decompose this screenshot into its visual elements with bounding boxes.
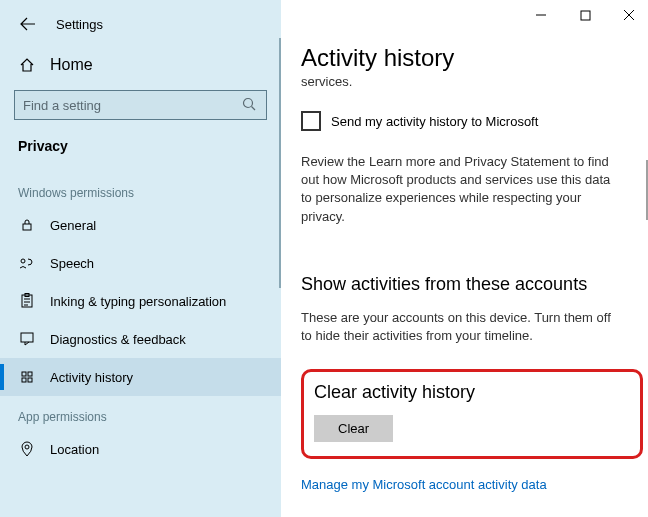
manage-account-link[interactable]: Manage my Microsoft account activity dat…: [301, 477, 624, 492]
close-icon: [623, 9, 635, 21]
group-app-permissions: App permissions: [0, 396, 281, 430]
svg-point-2: [21, 259, 25, 263]
sidebar-item-inking[interactable]: Inking & typing personalization: [0, 282, 281, 320]
titlebar: [528, 4, 642, 26]
search-input[interactable]: [23, 98, 242, 113]
sidebar-item-general[interactable]: General: [0, 206, 281, 244]
svg-rect-6: [22, 372, 26, 376]
truncated-text: services.: [301, 74, 624, 89]
accounts-heading: Show activities from these accounts: [301, 274, 624, 295]
back-button[interactable]: [18, 14, 38, 34]
sidebar-item-speech[interactable]: Speech: [0, 244, 281, 282]
sidebar-item-label: Speech: [50, 256, 94, 271]
maximize-button[interactable]: [572, 4, 598, 26]
feedback-icon: [18, 330, 36, 348]
arrow-left-icon: [20, 16, 36, 32]
sidebar-item-activity-history[interactable]: Activity history: [0, 358, 281, 396]
svg-rect-11: [581, 11, 590, 20]
clear-heading: Clear activity history: [314, 382, 630, 403]
location-icon: [18, 440, 36, 458]
lock-icon: [18, 216, 36, 234]
search-icon: [242, 97, 258, 113]
clear-history-section: Clear activity history Clear: [301, 369, 643, 459]
main-content: Activity history services. Send my activ…: [281, 0, 648, 517]
home-nav[interactable]: Home: [0, 48, 281, 82]
history-icon: [18, 368, 36, 386]
sidebar-item-label: Location: [50, 442, 99, 457]
home-label: Home: [50, 56, 93, 74]
clipboard-icon: [18, 292, 36, 310]
svg-rect-9: [28, 378, 32, 382]
sidebar-header: Settings: [0, 8, 281, 48]
svg-rect-1: [23, 224, 31, 230]
svg-rect-5: [21, 333, 33, 342]
sidebar-item-diagnostics[interactable]: Diagnostics & feedback: [0, 320, 281, 358]
svg-rect-8: [22, 378, 26, 382]
minimize-button[interactable]: [528, 4, 554, 26]
sidebar-item-location[interactable]: Location: [0, 430, 281, 468]
current-section: Privacy: [0, 128, 281, 172]
send-history-checkbox[interactable]: [301, 111, 321, 131]
minimize-icon: [535, 9, 547, 21]
send-history-label: Send my activity history to Microsoft: [331, 114, 538, 129]
sidebar-item-label: Inking & typing personalization: [50, 294, 226, 309]
sidebar-item-label: General: [50, 218, 96, 233]
maximize-icon: [580, 10, 591, 21]
review-text: Review the Learn more and Privacy Statem…: [301, 153, 624, 226]
home-icon: [18, 57, 36, 73]
app-title: Settings: [56, 17, 103, 32]
sidebar-item-label: Diagnostics & feedback: [50, 332, 186, 347]
clear-button[interactable]: Clear: [314, 415, 393, 442]
sidebar-item-label: Activity history: [50, 370, 133, 385]
group-windows-permissions: Windows permissions: [0, 172, 281, 206]
close-button[interactable]: [616, 4, 642, 26]
search-box[interactable]: [14, 90, 267, 120]
svg-point-10: [25, 445, 29, 449]
svg-point-0: [244, 99, 253, 108]
speech-icon: [18, 254, 36, 272]
accounts-text: These are your accounts on this device. …: [301, 309, 624, 345]
sidebar: Settings Home Privacy Windows permission…: [0, 0, 281, 517]
send-history-row: Send my activity history to Microsoft: [301, 111, 624, 131]
svg-rect-7: [28, 372, 32, 376]
